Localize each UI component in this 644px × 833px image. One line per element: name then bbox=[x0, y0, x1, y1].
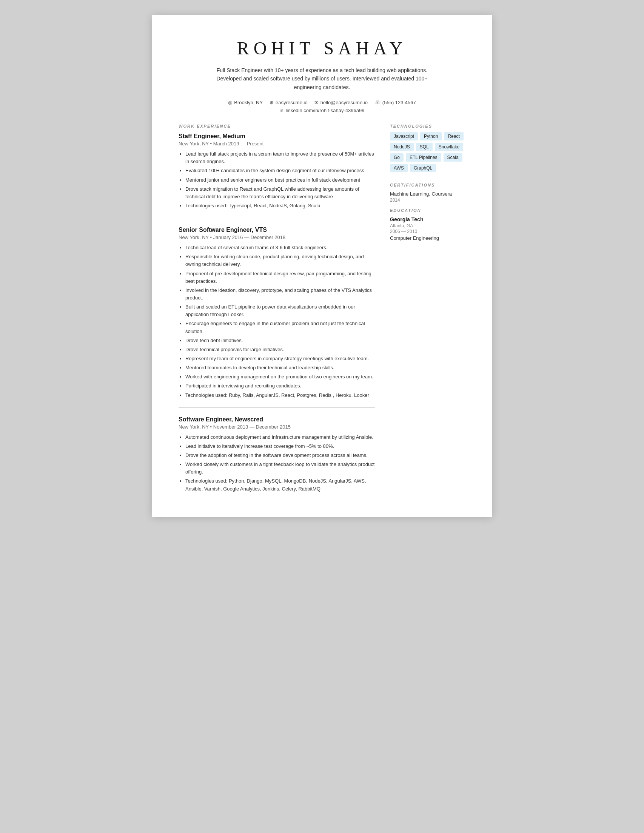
globe-icon: ⊕ bbox=[270, 100, 274, 105]
tech-tag-react: React bbox=[444, 132, 463, 140]
job-1-separator: • bbox=[210, 141, 213, 146]
website-text: easyresume.io bbox=[276, 100, 308, 105]
job-2: Senior Software Engineer, VTS New York, … bbox=[178, 227, 375, 399]
edu-0-years: 2006 — 2010 bbox=[390, 229, 466, 234]
list-item: Responsible for writing clean code, prod… bbox=[185, 253, 375, 268]
job-1-location: New York, NY bbox=[178, 141, 209, 146]
tech-tag-snowflake: Snowflake bbox=[435, 143, 463, 151]
header-section: ROHIT SAHAY Full Stack Engineer with 10+… bbox=[178, 38, 466, 113]
right-column: Technologies Javascript Python React Nod… bbox=[390, 124, 466, 494]
linkedin-icon: in bbox=[280, 108, 284, 113]
education-section: Education Georgia Tech Atlanta, GA 2006 … bbox=[390, 208, 466, 241]
edu-0-degree: Computer Engineering bbox=[390, 235, 466, 241]
list-item: Lead initiative to iteratively increase … bbox=[185, 442, 375, 450]
list-item: Lead large full stack projects in a scru… bbox=[185, 150, 375, 166]
list-item: Mentored junior and senior engineers on … bbox=[185, 176, 375, 184]
education-section-title: Education bbox=[390, 208, 466, 212]
job-2-meta: New York, NY • January 2016 — December 2… bbox=[178, 235, 375, 240]
phone-item: ☏ (555) 123-4567 bbox=[374, 100, 416, 105]
tech-tag-python: Python bbox=[420, 132, 442, 140]
job-2-location: New York, NY bbox=[178, 235, 209, 240]
email-text: hello@easyresume.io bbox=[321, 100, 368, 105]
technologies-section-title: Technologies bbox=[390, 124, 466, 129]
divider-1 bbox=[178, 218, 375, 218]
list-item: Proponent of pre-development technical d… bbox=[185, 270, 375, 285]
cert-0-name: Machine Learning, Coursera bbox=[390, 191, 466, 197]
tech-tag-scala: Scala bbox=[443, 153, 463, 162]
list-item: Mentored teammates to develop their tech… bbox=[185, 364, 375, 371]
resume-page: ROHIT SAHAY Full Stack Engineer with 10+… bbox=[152, 15, 492, 517]
list-item: Drove stack migration to React and Graph… bbox=[185, 185, 375, 201]
list-item: Involved in the ideation, discovery, pro… bbox=[185, 286, 375, 302]
phone-icon: ☏ bbox=[374, 100, 381, 105]
tech-tag-go: Go bbox=[390, 153, 403, 162]
list-item: Technologies used: Typescript, React, No… bbox=[185, 202, 375, 209]
tech-tag-javascript: Javascript bbox=[390, 132, 418, 140]
job-3: Software Engineer, Newscred New York, NY… bbox=[178, 416, 375, 493]
job-1-dates: March 2019 — Present bbox=[213, 141, 264, 146]
contact-line-1: ◎ Brooklyn, NY ⊕ easyresume.io ✉ hello@e… bbox=[178, 100, 466, 105]
tech-tag-aws: AWS bbox=[390, 164, 408, 172]
list-item: Automated continuous deployment and infr… bbox=[185, 434, 375, 441]
location-item: ◎ Brooklyn, NY bbox=[228, 100, 263, 105]
main-layout: Work Experience Staff Engineer, Medium N… bbox=[178, 124, 466, 494]
job-1-meta: New York, NY • March 2019 — Present bbox=[178, 141, 375, 146]
job-1: Staff Engineer, Medium New York, NY • Ma… bbox=[178, 133, 375, 209]
list-item: Represent my team of engineers in compan… bbox=[185, 355, 375, 362]
work-experience-title: Work Experience bbox=[178, 124, 375, 129]
phone-text: (555) 123-4567 bbox=[382, 100, 416, 105]
left-column: Work Experience Staff Engineer, Medium N… bbox=[178, 124, 375, 494]
job-3-separator: • bbox=[210, 424, 213, 430]
job-2-dates: January 2016 — December 2018 bbox=[213, 235, 286, 240]
summary-text: Full Stack Engineer with 10+ years of ex… bbox=[205, 66, 439, 92]
certifications-section-title: Certifications bbox=[390, 183, 466, 187]
job-2-bullets: Technical lead of several scrum teams of… bbox=[178, 244, 375, 399]
tech-tag-nodejs: NodeJS bbox=[390, 143, 414, 151]
website-item: ⊕ easyresume.io bbox=[270, 100, 308, 105]
list-item: Drove tech debt initiatives. bbox=[185, 337, 375, 344]
list-item: Technical lead of several scrum teams of… bbox=[185, 244, 375, 251]
divider-2 bbox=[178, 407, 375, 408]
linkedin-text: linkedin.com/in/rohit-sahay-4396a99 bbox=[286, 108, 365, 113]
location-text: Brooklyn, NY bbox=[234, 100, 263, 105]
list-item: Worked with engineering management on th… bbox=[185, 373, 375, 381]
email-icon: ✉ bbox=[315, 100, 319, 105]
tech-tag-graphql: GraphQL bbox=[410, 164, 436, 172]
job-1-title: Staff Engineer, Medium bbox=[178, 133, 375, 140]
list-item: Participated in interviewing and recruit… bbox=[185, 382, 375, 390]
cert-0-year: 2014 bbox=[390, 198, 466, 203]
email-item: ✉ hello@easyresume.io bbox=[315, 100, 368, 105]
candidate-name: ROHIT SAHAY bbox=[178, 38, 466, 58]
certifications-section: Certifications Machine Learning, Courser… bbox=[390, 183, 466, 203]
job-3-meta: New York, NY • November 2013 — December … bbox=[178, 424, 375, 430]
tech-tag-etl: ETL Pipelines bbox=[406, 153, 441, 162]
list-item: Built and scaled an ETL pipeline to powe… bbox=[185, 303, 375, 318]
job-1-bullets: Lead large full stack projects in a scru… bbox=[178, 150, 375, 209]
job-3-bullets: Automated continuous deployment and infr… bbox=[178, 434, 375, 493]
contact-line-2: in linkedin.com/in/rohit-sahay-4396a99 bbox=[178, 108, 466, 113]
edu-0-location: Atlanta, GA bbox=[390, 223, 466, 228]
job-3-dates: November 2013 — December 2015 bbox=[213, 424, 291, 430]
list-item: Worked closely with customers in a tight… bbox=[185, 461, 375, 476]
list-item: Evaluated 100+ candidates in the system … bbox=[185, 167, 375, 174]
job-2-separator: • bbox=[210, 235, 213, 240]
list-item: Encourage engineers to engage in the cus… bbox=[185, 320, 375, 335]
tech-tag-sql: SQL bbox=[416, 143, 433, 151]
list-item: Drove technical proposals for large init… bbox=[185, 346, 375, 354]
list-item: Technologies used: Python, Django, MySQL… bbox=[185, 477, 375, 492]
tech-tags-container: Javascript Python React NodeJS SQL Snowf… bbox=[390, 132, 466, 172]
job-2-title: Senior Software Engineer, VTS bbox=[178, 227, 375, 233]
list-item: Technologies used: Ruby, Rails, AngularJ… bbox=[185, 392, 375, 399]
edu-0-school: Georgia Tech bbox=[390, 216, 466, 222]
location-icon: ◎ bbox=[228, 100, 232, 105]
job-3-title: Software Engineer, Newscred bbox=[178, 416, 375, 423]
list-item: Drove the adoption of testing in the sof… bbox=[185, 452, 375, 459]
job-3-location: New York, NY bbox=[178, 424, 209, 430]
